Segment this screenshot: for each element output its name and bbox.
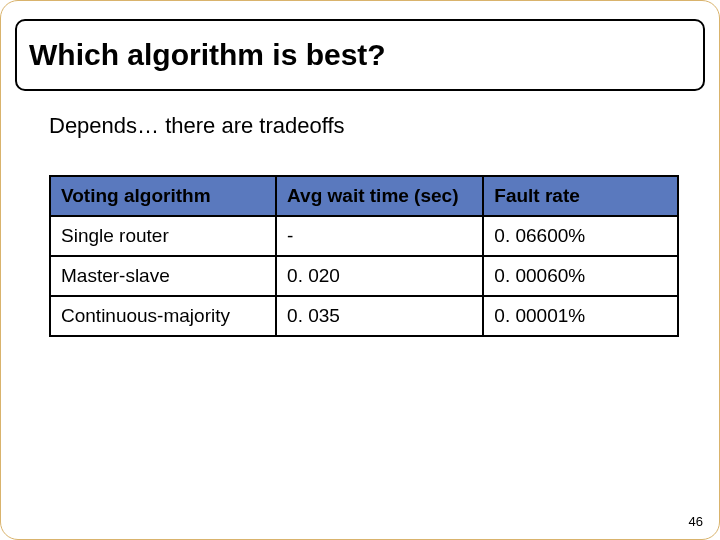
cell-algo: Master-slave <box>50 256 276 296</box>
col-header-algo: Voting algorithm <box>50 176 276 216</box>
slide-body: Depends… there are tradeoffs Voting algo… <box>49 113 679 337</box>
slide: Which algorithm is best? Depends… there … <box>0 0 720 540</box>
slide-title: Which algorithm is best? <box>29 38 386 72</box>
col-header-wait: Avg wait time (sec) <box>276 176 483 216</box>
cell-algo: Single router <box>50 216 276 256</box>
cell-fault: 0. 00001% <box>483 296 678 336</box>
table-row: Single router - 0. 06600% <box>50 216 678 256</box>
cell-algo: Continuous-majority <box>50 296 276 336</box>
page-number: 46 <box>689 514 703 529</box>
table-row: Continuous-majority 0. 035 0. 00001% <box>50 296 678 336</box>
lead-text: Depends… there are tradeoffs <box>49 113 679 139</box>
cell-fault: 0. 06600% <box>483 216 678 256</box>
table-header-row: Voting algorithm Avg wait time (sec) Fau… <box>50 176 678 216</box>
comparison-table: Voting algorithm Avg wait time (sec) Fau… <box>49 175 679 337</box>
title-container: Which algorithm is best? <box>15 19 705 91</box>
cell-wait: 0. 020 <box>276 256 483 296</box>
cell-wait: 0. 035 <box>276 296 483 336</box>
cell-wait: - <box>276 216 483 256</box>
table-row: Master-slave 0. 020 0. 00060% <box>50 256 678 296</box>
cell-fault: 0. 00060% <box>483 256 678 296</box>
col-header-fault: Fault rate <box>483 176 678 216</box>
